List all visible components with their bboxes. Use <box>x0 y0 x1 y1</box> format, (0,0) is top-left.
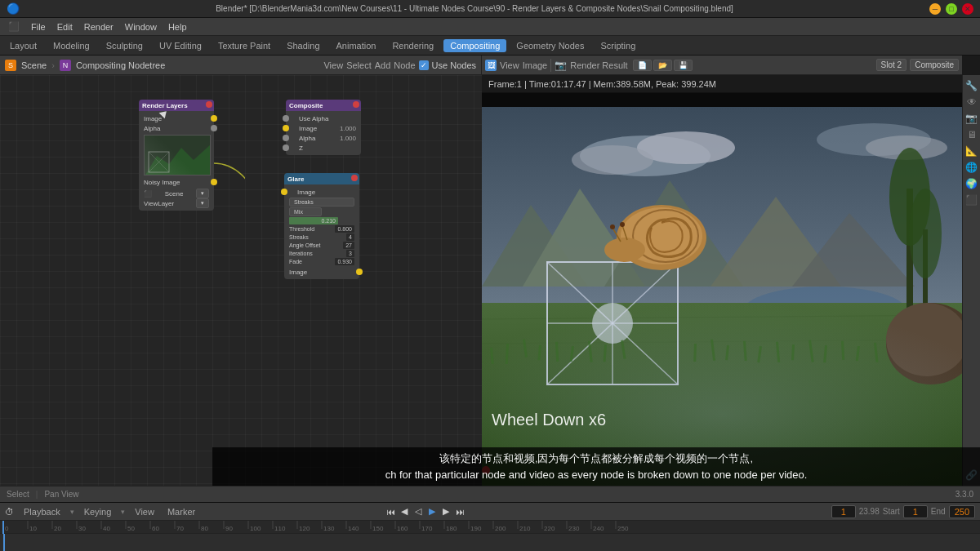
render-layers-node[interactable]: Render Layers Image Alpha <box>139 100 214 211</box>
node-menu[interactable]: Node <box>394 60 415 70</box>
menu-blender[interactable]: ⬛ <box>3 20 24 33</box>
svg-rect-2 <box>149 152 169 172</box>
select-menu[interactable]: Select <box>346 60 372 70</box>
reverse-play-btn[interactable]: ◁ <box>412 505 425 518</box>
play-btn[interactable]: ▶ <box>425 505 439 518</box>
glare-mix-selector[interactable]: Mix <box>289 207 322 216</box>
glare-streaks-value[interactable]: 4 <box>346 233 354 241</box>
sidebar-tools-icon[interactable]: 🔧 <box>964 78 979 93</box>
ruler-svg: 0 10 20 30 40 50 60 70 80 <box>0 521 980 534</box>
timeline-ruler[interactable]: 0 10 20 30 40 50 60 70 80 <box>0 521 980 551</box>
output-noisy-row: Noisy Image <box>144 177 209 187</box>
end-frame[interactable]: 250 <box>949 505 975 518</box>
menu-help[interactable]: Help <box>163 20 192 33</box>
output-alpha-socket[interactable] <box>211 125 217 131</box>
menu-file[interactable]: File <box>26 20 51 33</box>
close-button[interactable]: ✕ <box>962 3 973 15</box>
view-menu[interactable]: View <box>323 60 343 70</box>
svg-line-3 <box>149 152 169 172</box>
glare-angle-value[interactable]: 27 <box>343 242 354 249</box>
input-alpha-row: Alpha 1.000 <box>291 133 356 143</box>
tab-layout[interactable]: Layout <box>3 39 43 52</box>
menu-render[interactable]: Render <box>79 20 118 33</box>
marker-menu[interactable]: Marker <box>164 506 198 518</box>
minimize-button[interactable]: ─ <box>929 3 941 15</box>
input-image-socket[interactable] <box>283 125 289 131</box>
viewer-view-label[interactable]: View <box>500 60 519 70</box>
tab-compositing[interactable]: Compositing <box>443 39 506 52</box>
svg-text:90: 90 <box>225 525 233 532</box>
start-frame[interactable]: 1 <box>903 505 928 518</box>
app-icon: 🔵 <box>7 2 20 15</box>
glare-close-dot[interactable] <box>351 175 358 181</box>
output-image-socket[interactable] <box>211 115 217 122</box>
menu-edit[interactable]: Edit <box>52 20 78 33</box>
current-frame-display[interactable]: 1 <box>831 505 856 518</box>
add-menu[interactable]: Add <box>375 60 391 70</box>
glare-mix-value[interactable]: 0.210 <box>289 217 338 224</box>
prev-frame-btn[interactable]: ◀ <box>398 505 411 518</box>
viewer-save-btn[interactable]: 💾 <box>674 60 693 71</box>
slot-selector[interactable]: Slot 2 <box>876 59 907 71</box>
composite-node[interactable]: Composite Use Alpha Image 1.000 Alpha 1.… <box>286 100 361 155</box>
tab-scripting[interactable]: Scripting <box>594 39 642 52</box>
input-alpha-socket[interactable] <box>283 135 289 141</box>
tab-sculpting[interactable]: Sculpting <box>100 39 149 52</box>
tab-shading[interactable]: Shading <box>280 39 326 52</box>
node-close-dot[interactable] <box>206 101 212 108</box>
sidebar-view-icon[interactable]: 👁 <box>964 95 979 109</box>
sidebar-world-icon[interactable]: 🌍 <box>964 176 979 191</box>
menu-window[interactable]: Window <box>120 20 162 33</box>
glare-node[interactable]: Glare Image Streaks Mix 0.210 <box>284 173 359 279</box>
glare-iterations-value[interactable]: 3 <box>346 250 354 257</box>
tab-modeling[interactable]: Modeling <box>47 39 96 52</box>
input-z-socket[interactable] <box>283 144 289 151</box>
svg-text:220: 220 <box>544 525 555 532</box>
maximize-button[interactable]: □ <box>946 3 957 15</box>
output-alpha-label: Alpha <box>144 125 160 132</box>
wheel-down-text: Wheel Down x6 <box>492 411 606 429</box>
view-menu-timeline[interactable]: View <box>131 506 158 518</box>
glare-threshold-value[interactable]: 0.800 <box>335 225 354 233</box>
tab-rendering[interactable]: Rendering <box>385 39 440 52</box>
tab-geometry-nodes[interactable]: Geometry Nodes <box>510 39 590 52</box>
glare-output-row: Image <box>289 267 354 277</box>
use-nodes-checkbox[interactable]: ✓ <box>419 60 429 70</box>
viewer-open-btn[interactable]: 📂 <box>653 60 672 71</box>
viewlayer-selector[interactable]: ▾ <box>196 198 209 208</box>
glare-input-socket[interactable] <box>281 189 287 195</box>
composite-close-dot[interactable] <box>353 101 359 108</box>
viewer-image-label[interactable]: Image <box>523 60 548 70</box>
glare-output-socket[interactable] <box>356 269 363 275</box>
glare-fade-row: Fade 0.930 <box>289 258 354 265</box>
jump-start-btn[interactable]: ⏮ <box>384 505 397 518</box>
output-noisy-socket[interactable] <box>211 179 217 185</box>
svg-text:100: 100 <box>250 525 261 532</box>
input-use-alpha-socket[interactable] <box>283 115 289 122</box>
sidebar-render-icon[interactable]: 📷 <box>964 111 979 126</box>
fps-display: 23.98 <box>859 507 880 516</box>
next-frame-btn[interactable]: ▶ <box>439 505 452 518</box>
render-info-text: Frame:1 | Time:01:17.47 | Mem:389.58M, P… <box>488 79 716 89</box>
tab-texture-paint[interactable]: Texture Paint <box>212 39 277 52</box>
composite-selector[interactable]: Composite <box>910 59 959 71</box>
svg-text:110: 110 <box>274 525 286 532</box>
playback-menu[interactable]: Playback <box>20 506 64 518</box>
keying-menu[interactable]: Keying <box>81 506 115 518</box>
sidebar-view2-icon[interactable]: 📐 <box>964 144 979 158</box>
render-layers-header: Render Layers <box>139 100 214 111</box>
window-controls: ─ □ ✕ <box>929 3 973 15</box>
glare-type-selector[interactable]: Streaks <box>289 198 354 207</box>
viewer-new-btn[interactable]: 📄 <box>633 60 652 71</box>
composite-title: Composite <box>289 102 323 109</box>
sidebar-object-icon[interactable]: ⬛ <box>964 193 979 207</box>
start-label: Start <box>883 507 900 516</box>
jump-end-btn[interactable]: ⏭ <box>453 505 466 518</box>
glare-fade-value[interactable]: 0.930 <box>335 258 354 265</box>
svg-line-4 <box>149 152 169 172</box>
tab-uv-editing[interactable]: UV Editing <box>153 39 208 52</box>
sidebar-output-icon[interactable]: 🖥 <box>964 127 979 142</box>
sidebar-scene-icon[interactable]: 🌐 <box>964 160 979 175</box>
tab-animation[interactable]: Animation <box>330 39 383 52</box>
scene-selector[interactable]: ▾ <box>196 189 209 198</box>
